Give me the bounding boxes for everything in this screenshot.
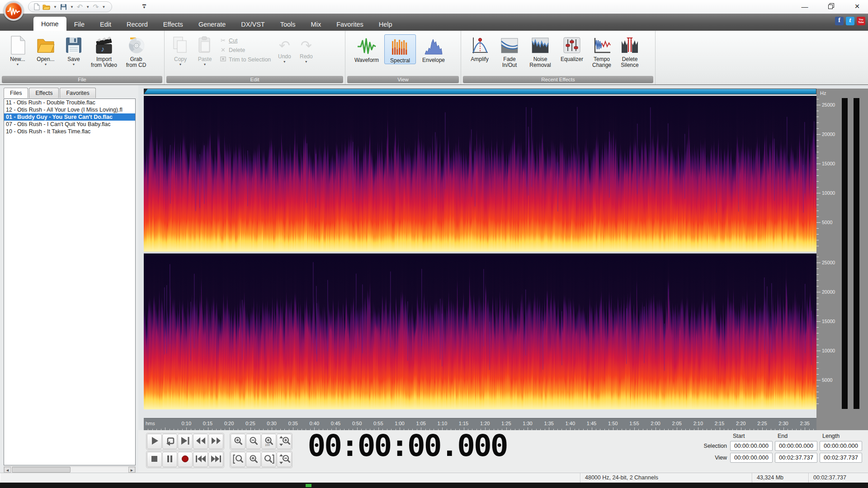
selection-start-field[interactable]: 00:00:00.000: [730, 441, 773, 451]
equalizer-button[interactable]: Equalizer: [556, 33, 588, 62]
zoom-in-horizontal-button[interactable]: [246, 452, 261, 467]
zoom-vertical-in-button[interactable]: [277, 434, 292, 449]
loop-button[interactable]: [162, 434, 177, 449]
panel-tab-files[interactable]: Files: [4, 88, 28, 98]
menu-tab-file[interactable]: File: [66, 18, 92, 31]
zoom-all-button[interactable]: [261, 452, 276, 467]
redo-icon[interactable]: ↷: [92, 2, 99, 11]
selection-end-field[interactable]: 00:00:00.000: [775, 441, 817, 451]
film-clapper-icon: ♪: [94, 35, 113, 55]
pause-button[interactable]: [162, 452, 177, 467]
redo-button[interactable]: ↷ Redo ▼: [295, 36, 317, 63]
open-folder-icon[interactable]: [42, 2, 51, 11]
horizontal-scrollbar[interactable]: ◀ ▶: [4, 466, 136, 473]
youtube-icon[interactable]: You Tube: [857, 17, 865, 25]
menu-tab-edit[interactable]: Edit: [92, 18, 119, 31]
trim-to-selection-button[interactable]: Trim to Selection: [220, 56, 271, 63]
save-icon[interactable]: [59, 2, 68, 11]
view-end-field[interactable]: 00:02:37.737: [775, 453, 817, 463]
position-marker[interactable]: [144, 89, 148, 94]
fade-in-out-button[interactable]: Fade In/Out: [495, 33, 524, 68]
frequency-tick: [816, 246, 819, 246]
menu-tab-effects[interactable]: Effects: [156, 18, 191, 31]
spectrogram-right-channel[interactable]: [144, 253, 816, 409]
selection-length-field[interactable]: 00:00:00.000: [820, 441, 862, 451]
menu-tab-help[interactable]: Help: [371, 18, 400, 31]
timeline-tick-label: 1:15: [459, 421, 468, 426]
fast-forward-button[interactable]: [208, 434, 223, 449]
menu-tab-dx-vst[interactable]: DX/VST: [233, 18, 272, 31]
file-item[interactable]: 11 - Otis Rush - Double Trouble.flac: [4, 99, 135, 106]
customize-toolbar-icon[interactable]: ▬▼: [141, 3, 147, 9]
copy-button[interactable]: Copy ▼: [168, 33, 193, 66]
record-button[interactable]: [178, 452, 193, 467]
grab-from-cd-button[interactable]: Grab from CD: [120, 33, 152, 68]
menu-tabs: HomeFileEditRecordEffectsGenerateDX/VSTT…: [33, 18, 400, 31]
panel-tab-effects[interactable]: Effects: [29, 88, 59, 98]
chevron-down-icon[interactable]: ▼: [85, 5, 91, 9]
facebook-icon[interactable]: f: [835, 17, 844, 25]
frequency-tick: [816, 228, 819, 229]
zoom-in-button[interactable]: [231, 434, 245, 449]
menu-tab-mix[interactable]: Mix: [303, 18, 329, 31]
zoom-selection-button[interactable]: [231, 452, 245, 467]
rewind-button[interactable]: [193, 434, 208, 449]
delete-silence-button[interactable]: Delete Silence: [616, 33, 644, 68]
undo-button[interactable]: ↶ Undo ▼: [274, 36, 295, 63]
chevron-down-icon: ▼: [72, 63, 75, 66]
delete-button[interactable]: ✕ Delete: [220, 47, 271, 53]
record-icon: [180, 454, 190, 465]
overview-seek-bar[interactable]: [144, 89, 816, 94]
zoom-100-button[interactable]: 100: [261, 434, 276, 449]
zoom-out-button[interactable]: [246, 434, 261, 449]
chevron-down-icon[interactable]: ▼: [52, 5, 58, 9]
play-to-end-button[interactable]: [178, 434, 193, 449]
new-document-icon[interactable]: [33, 2, 41, 11]
twitter-icon[interactable]: t: [846, 17, 854, 25]
restore-button[interactable]: [826, 3, 835, 10]
go-to-start-button[interactable]: [193, 452, 208, 467]
amplify-button[interactable]: Amplify: [465, 33, 495, 62]
view-start-field[interactable]: 00:00:00.000: [730, 453, 773, 463]
ribbon-group-view: Waveform Spectral Envelope View: [345, 31, 461, 84]
new-button[interactable]: New... ▼: [4, 33, 32, 66]
scrollbar-thumb[interactable]: [12, 467, 71, 473]
waveform-view-button[interactable]: Waveform: [349, 34, 384, 63]
scroll-right-icon[interactable]: ▶: [128, 467, 135, 473]
chevron-down-icon[interactable]: ▼: [69, 5, 75, 9]
paste-button[interactable]: Paste ▼: [193, 33, 217, 66]
tempo-change-button[interactable]: Tempo Change: [588, 33, 616, 68]
cut-button[interactable]: ✂ Cut: [220, 37, 271, 44]
import-from-video-button[interactable]: ♪ Import from Video: [88, 33, 120, 68]
save-button[interactable]: Save ▼: [60, 33, 88, 66]
envelope-view-button[interactable]: Envelope: [416, 34, 451, 63]
play-button[interactable]: [147, 434, 162, 449]
view-length-field[interactable]: 00:02:37.737: [820, 453, 862, 463]
close-button[interactable]: ×: [853, 1, 862, 11]
undo-icon[interactable]: ↶: [76, 2, 84, 11]
menu-tab-tools[interactable]: Tools: [273, 18, 303, 31]
menu-tab-home[interactable]: Home: [33, 17, 66, 31]
chevron-down-icon[interactable]: ▼: [101, 5, 107, 9]
spectral-view-button[interactable]: Spectral: [384, 34, 416, 64]
scroll-left-icon[interactable]: ◀: [4, 467, 11, 473]
timeline-tick-label: 1:00: [395, 421, 404, 426]
spectrogram-left-channel[interactable]: [144, 96, 816, 252]
menu-tab-generate[interactable]: Generate: [191, 18, 233, 31]
open-button[interactable]: Open... ▼: [32, 33, 60, 66]
stop-button[interactable]: [147, 452, 162, 467]
zoom-vertical-out-button[interactable]: [277, 452, 292, 467]
file-item[interactable]: 10 - Otis Rush - It Takes Time.flac: [4, 128, 135, 135]
go-to-end-button[interactable]: [208, 452, 223, 467]
file-item[interactable]: 01 - Buddy Guy - You Sure Can't Do.flac: [4, 113, 135, 121]
app-logo-icon[interactable]: [4, 1, 24, 21]
file-item[interactable]: 07 - Otis Rush - I Can't Quit You Baby.f…: [4, 121, 135, 128]
file-item[interactable]: 12 - Otis Rush - All Your Love (I Miss L…: [4, 106, 135, 113]
menu-tab-record[interactable]: Record: [119, 18, 156, 31]
minimize-button[interactable]: —: [800, 3, 809, 10]
trim-label: Trim to Selection: [229, 56, 271, 63]
frequency-tick: [816, 274, 819, 275]
menu-tab-favorites[interactable]: Favorites: [329, 18, 371, 31]
noise-removal-button[interactable]: Noise Removal: [524, 33, 556, 68]
panel-tab-favorites[interactable]: Favorites: [60, 88, 95, 98]
